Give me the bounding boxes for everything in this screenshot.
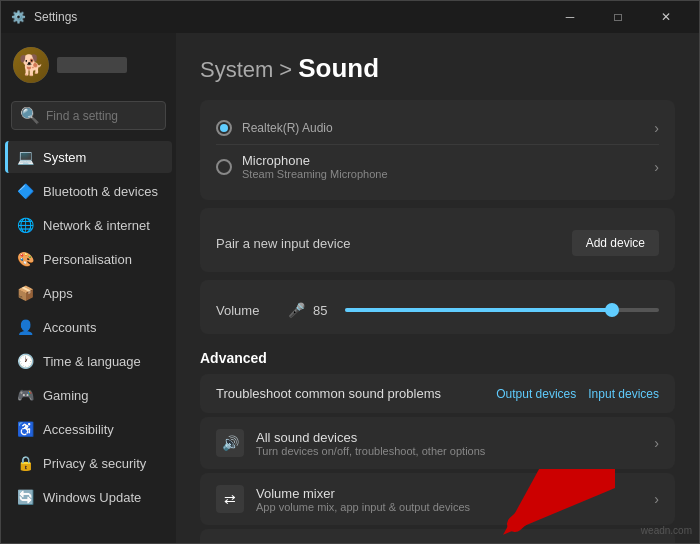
volume-slider[interactable] (345, 308, 659, 312)
microphone-chevron: › (654, 159, 659, 175)
all-sound-card[interactable]: 🔊 All sound devices Turn devices on/off,… (200, 417, 675, 469)
all-sound-text: All sound devices Turn devices on/off, t… (256, 430, 485, 457)
personalisation-icon: 🎨 (17, 251, 33, 267)
titlebar-controls: ─ □ ✕ (547, 3, 689, 31)
titlebar-title: Settings (34, 10, 77, 24)
volume-mixer-row[interactable]: ⇄ Volume mixer App volume mix, app input… (200, 473, 675, 525)
troubleshoot-label: Troubleshoot common sound problems (216, 386, 441, 401)
all-sound-row[interactable]: 🔊 All sound devices Turn devices on/off,… (200, 417, 675, 469)
time-icon: 🕐 (17, 353, 33, 369)
all-sound-left: 🔊 All sound devices Turn devices on/off,… (216, 429, 654, 457)
realtek-label: Realtek(R) Audio (242, 121, 333, 135)
microphone-row[interactable]: Microphone Steam Streaming Microphone › (216, 145, 659, 188)
realtek-row[interactable]: Realtek(R) Audio › (216, 112, 659, 145)
troubleshoot-row[interactable]: Troubleshoot common sound problems Outpu… (200, 374, 675, 413)
accounts-icon: 👤 (17, 319, 33, 335)
input-devices-link[interactable]: Input devices (588, 387, 659, 401)
volume-mixer-icon-box: ⇄ (216, 485, 244, 513)
username-placeholder (57, 57, 127, 73)
sidebar: 🐕 🔍 💻 System 🔷 Bluetooth & devices 🌐 Net… (1, 33, 176, 543)
advanced-label: Advanced (200, 350, 675, 366)
search-icon: 🔍 (20, 106, 40, 125)
sidebar-item-system-label: System (43, 150, 86, 165)
bluetooth-icon: 🔷 (17, 183, 33, 199)
sidebar-item-personalisation[interactable]: 🎨 Personalisation (5, 243, 172, 275)
realtek-chevron: › (654, 120, 659, 136)
sidebar-item-accounts-label: Accounts (43, 320, 96, 335)
sidebar-item-system[interactable]: 💻 System (5, 141, 172, 173)
volume-value: 85 (313, 303, 337, 318)
troubleshoot-links: Output devices Input devices (496, 387, 659, 401)
volume-mixer-title: Volume mixer (256, 486, 470, 501)
realtek-radio (216, 120, 232, 136)
sidebar-item-bluetooth-label: Bluetooth & devices (43, 184, 158, 199)
volume-card: Volume 🎤 85 (200, 280, 675, 334)
sidebar-item-network-label: Network & internet (43, 218, 150, 233)
output-devices-link[interactable]: Output devices (496, 387, 576, 401)
all-sound-title: All sound devices (256, 430, 485, 445)
network-icon: 🌐 (17, 217, 33, 233)
pair-label: Pair a new input device (216, 236, 350, 251)
microphone-name: Microphone (242, 153, 388, 168)
more-sound-row[interactable]: More sound settings ⧉ (200, 529, 675, 543)
sidebar-item-bluetooth[interactable]: 🔷 Bluetooth & devices (5, 175, 172, 207)
breadcrumb: System > Sound (200, 53, 675, 84)
search-input[interactable] (46, 109, 176, 123)
volume-row: Volume 🎤 85 (216, 292, 659, 322)
sidebar-item-accessibility-label: Accessibility (43, 422, 114, 437)
breadcrumb-sound: Sound (298, 53, 379, 84)
all-sound-icon: 🔊 (222, 435, 239, 451)
all-sound-chevron: › (654, 435, 659, 451)
accessibility-icon: ♿ (17, 421, 33, 437)
minimize-button[interactable]: ─ (547, 3, 593, 31)
watermark: weadn.com (641, 525, 692, 536)
volume-mixer-chevron: › (654, 491, 659, 507)
volume-mixer-icon: ⇄ (224, 491, 236, 507)
volume-thumb[interactable] (605, 303, 619, 317)
system-icon: 💻 (17, 149, 33, 165)
sidebar-item-gaming-label: Gaming (43, 388, 89, 403)
sidebar-item-gaming[interactable]: 🎮 Gaming (5, 379, 172, 411)
volume-fill (345, 308, 612, 312)
sidebar-item-accessibility[interactable]: ♿ Accessibility (5, 413, 172, 445)
content-area: System > Sound Realtek(R) Audio › (176, 33, 699, 543)
sidebar-item-update[interactable]: 🔄 Windows Update (5, 481, 172, 513)
breadcrumb-system[interactable]: System (200, 57, 273, 83)
privacy-icon: 🔒 (17, 455, 33, 471)
titlebar: ⚙️ Settings ─ □ ✕ (1, 1, 699, 33)
breadcrumb-separator: > (279, 57, 292, 83)
volume-label: Volume (216, 303, 276, 318)
apps-icon: 📦 (17, 285, 33, 301)
sidebar-item-accounts[interactable]: 👤 Accounts (5, 311, 172, 343)
sidebar-item-privacy-label: Privacy & security (43, 456, 146, 471)
microphone-radio (216, 159, 232, 175)
sidebar-item-time[interactable]: 🕐 Time & language (5, 345, 172, 377)
avatar: 🐕 (13, 47, 49, 83)
volume-controls: 🎤 85 (288, 302, 659, 318)
microphone-sub: Steam Streaming Microphone (242, 168, 388, 180)
close-button[interactable]: ✕ (643, 3, 689, 31)
main-area: 🐕 🔍 💻 System 🔷 Bluetooth & devices 🌐 Net… (1, 33, 699, 543)
sidebar-item-time-label: Time & language (43, 354, 141, 369)
gaming-icon: 🎮 (17, 387, 33, 403)
add-device-button[interactable]: Add device (572, 230, 659, 256)
sidebar-item-personalisation-label: Personalisation (43, 252, 132, 267)
update-icon: 🔄 (17, 489, 33, 505)
settings-window: ⚙️ Settings ─ □ ✕ 🐕 🔍 💻 (0, 0, 700, 544)
microphone-info: Microphone Steam Streaming Microphone (242, 153, 388, 180)
sidebar-item-update-label: Windows Update (43, 490, 141, 505)
pair-card: Pair a new input device Add device (200, 208, 675, 272)
device-cards: Realtek(R) Audio › Microphone Steam Stre… (200, 100, 675, 200)
maximize-button[interactable]: □ (595, 3, 641, 31)
sidebar-item-network[interactable]: 🌐 Network & internet (5, 209, 172, 241)
search-box[interactable]: 🔍 (11, 101, 166, 130)
all-sound-icon-box: 🔊 (216, 429, 244, 457)
sidebar-item-privacy[interactable]: 🔒 Privacy & security (5, 447, 172, 479)
microphone-icon: 🎤 (288, 302, 305, 318)
troubleshoot-card: Troubleshoot common sound problems Outpu… (200, 374, 675, 413)
pair-row: Pair a new input device Add device (216, 220, 659, 260)
sidebar-item-apps-label: Apps (43, 286, 73, 301)
sidebar-item-apps[interactable]: 📦 Apps (5, 277, 172, 309)
volume-mixer-card[interactable]: ⇄ Volume mixer App volume mix, app input… (200, 473, 675, 525)
settings-title-icon: ⚙️ (11, 10, 26, 24)
